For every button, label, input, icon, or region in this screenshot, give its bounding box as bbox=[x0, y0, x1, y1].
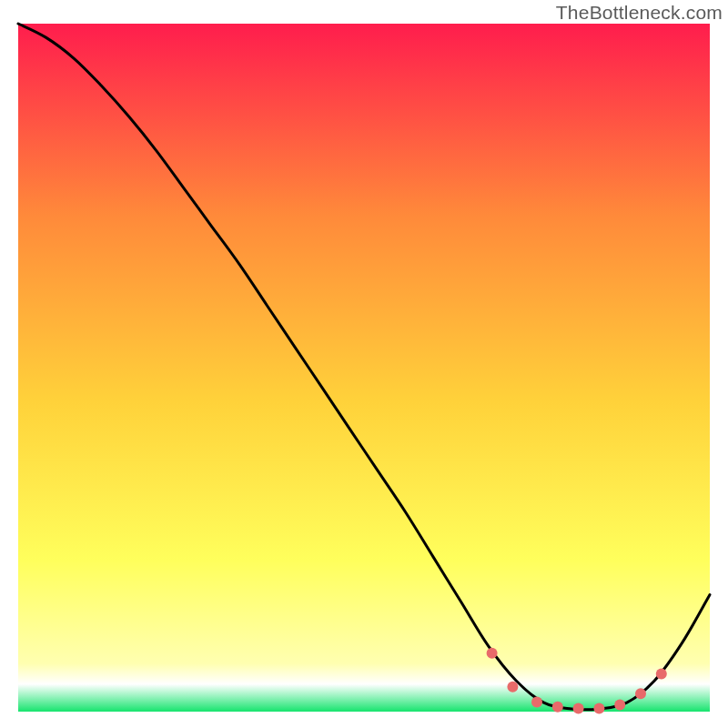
watermark-label: TheBottleneck.com bbox=[556, 2, 723, 24]
chart-stage: TheBottleneck.com bbox=[0, 0, 728, 728]
gradient-background bbox=[0, 0, 728, 728]
plot-gradient-rect bbox=[18, 24, 710, 712]
